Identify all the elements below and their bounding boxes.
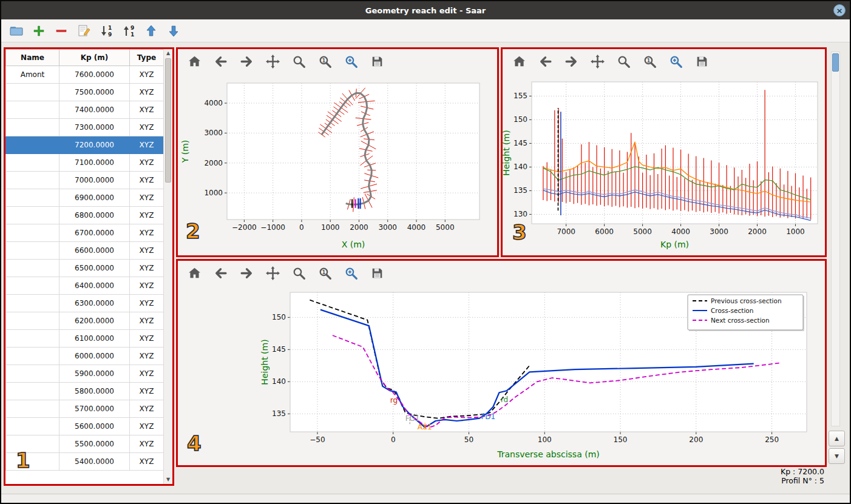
table-row[interactable]: 7300.0000XYZ	[6, 119, 164, 136]
kp-cell[interactable]: 6000.0000	[59, 348, 130, 365]
kp-cell[interactable]: 5900.0000	[59, 365, 130, 383]
sort-desc-icon[interactable]: 91	[121, 23, 137, 39]
name-cell[interactable]: Amont	[6, 66, 59, 84]
window-scrollbar[interactable]	[831, 52, 840, 426]
kp-cell[interactable]: 7500.0000	[59, 84, 130, 101]
name-cell[interactable]	[6, 189, 59, 207]
type-cell[interactable]: XYZ	[130, 400, 164, 418]
cross-section-chart[interactable]: −50050100150200250135140145150rgrdFG1AX1…	[178, 285, 825, 465]
type-cell[interactable]: XYZ	[130, 154, 164, 172]
column-header-kp[interactable]: Kp (m)	[59, 50, 130, 66]
name-cell[interactable]	[6, 260, 59, 277]
name-cell[interactable]	[6, 277, 59, 295]
kp-cell[interactable]: 5400.0000	[59, 453, 130, 471]
name-cell[interactable]	[6, 154, 59, 172]
zoom-original-icon[interactable]: 1	[317, 265, 333, 281]
kp-cell[interactable]: 5800.0000	[59, 383, 130, 400]
table-row[interactable]: 6700.0000XYZ	[6, 224, 164, 242]
name-cell[interactable]	[6, 312, 59, 330]
home-icon[interactable]	[511, 53, 527, 69]
type-cell[interactable]: XYZ	[130, 365, 164, 383]
kp-cell[interactable]: 7000.0000	[59, 172, 130, 189]
pan-icon[interactable]	[589, 53, 605, 69]
kp-cell[interactable]: 7100.0000	[59, 154, 130, 172]
close-icon[interactable]: ×	[833, 4, 846, 16]
zoom-icon[interactable]	[291, 265, 307, 281]
back-icon[interactable]	[537, 53, 553, 69]
kp-cell[interactable]: 6600.0000	[59, 242, 130, 260]
table-row[interactable]: 5700.0000XYZ	[6, 400, 164, 418]
name-cell[interactable]	[6, 418, 59, 435]
table-row[interactable]: 5900.0000XYZ	[6, 365, 164, 383]
table-row[interactable]: 7400.0000XYZ	[6, 101, 164, 119]
kp-cell[interactable]: 6300.0000	[59, 295, 130, 312]
save-icon[interactable]	[369, 53, 385, 69]
longitudinal-profile-chart[interactable]: 7000600050004000300020001000130135140145…	[503, 73, 825, 255]
move-up-icon[interactable]	[143, 23, 159, 39]
home-icon[interactable]	[186, 265, 202, 281]
zoom-icon[interactable]	[615, 53, 631, 69]
type-cell[interactable]: XYZ	[130, 295, 164, 312]
type-cell[interactable]: XYZ	[130, 224, 164, 242]
name-cell[interactable]	[6, 348, 59, 365]
name-cell[interactable]	[6, 330, 59, 348]
type-cell[interactable]: XYZ	[130, 435, 164, 453]
profile-down-button[interactable]: ▼	[829, 448, 845, 464]
column-header-name[interactable]: Name	[6, 50, 59, 66]
table-row[interactable]: 7200.0000XYZ	[6, 136, 164, 154]
name-cell[interactable]	[6, 453, 59, 471]
table-row[interactable]: 7500.0000XYZ	[6, 84, 164, 101]
kp-cell[interactable]: 5700.0000	[59, 400, 130, 418]
zoom-select-icon[interactable]	[343, 53, 359, 69]
type-cell[interactable]: XYZ	[130, 84, 164, 101]
plan-view-chart[interactable]: −2000−1000010002000300040005000100020003…	[178, 73, 497, 255]
table-row[interactable]: 7000.0000XYZ	[6, 172, 164, 189]
kp-cell[interactable]: 6800.0000	[59, 207, 130, 224]
name-cell[interactable]	[6, 365, 59, 383]
kp-cell[interactable]: 7400.0000	[59, 101, 130, 119]
pan-icon[interactable]	[265, 53, 280, 69]
profile-up-button[interactable]: ▲	[829, 431, 845, 446]
kp-cell[interactable]: 5600.0000	[59, 418, 130, 435]
table-scroll-up-icon[interactable]: ▲	[164, 49, 172, 58]
sort-asc-icon[interactable]: 19	[98, 23, 114, 39]
forward-icon[interactable]	[563, 53, 579, 69]
name-cell[interactable]	[6, 84, 59, 101]
kp-cell[interactable]: 6500.0000	[59, 260, 130, 277]
back-icon[interactable]	[212, 53, 228, 69]
kp-cell[interactable]: 6900.0000	[59, 189, 130, 207]
table-row[interactable]: 6100.0000XYZ	[6, 330, 164, 348]
type-cell[interactable]: XYZ	[130, 260, 164, 277]
name-cell[interactable]	[6, 383, 59, 400]
type-cell[interactable]: XYZ	[130, 242, 164, 260]
table-row[interactable]: 6400.0000XYZ	[6, 277, 164, 295]
kp-cell[interactable]: 6100.0000	[59, 330, 130, 348]
save-icon[interactable]	[369, 265, 385, 281]
add-icon[interactable]	[31, 23, 47, 39]
table-row[interactable]: 6000.0000XYZ	[6, 348, 164, 365]
save-icon[interactable]	[694, 53, 710, 69]
type-cell[interactable]: XYZ	[130, 348, 164, 365]
table-row[interactable]: 6500.0000XYZ	[6, 260, 164, 277]
table-row[interactable]: 5800.0000XYZ	[6, 383, 164, 400]
table-row[interactable]: Amont7600.0000XYZ	[6, 66, 164, 84]
name-cell[interactable]	[6, 435, 59, 453]
name-cell[interactable]	[6, 242, 59, 260]
type-cell[interactable]: XYZ	[130, 119, 164, 136]
kp-cell[interactable]: 7300.0000	[59, 119, 130, 136]
type-cell[interactable]: XYZ	[130, 383, 164, 400]
type-cell[interactable]: XYZ	[130, 189, 164, 207]
table-scroll-thumb[interactable]	[165, 58, 171, 183]
name-cell[interactable]	[6, 207, 59, 224]
type-cell[interactable]: XYZ	[130, 172, 164, 189]
table-row[interactable]: 5600.0000XYZ	[6, 418, 164, 435]
pan-icon[interactable]	[265, 265, 280, 281]
forward-icon[interactable]	[239, 265, 254, 281]
kp-cell[interactable]: 7200.0000	[59, 136, 130, 154]
edit-icon[interactable]	[76, 23, 92, 39]
table-row[interactable]: 6300.0000XYZ	[6, 295, 164, 312]
kp-cell[interactable]: 6700.0000	[59, 224, 130, 242]
table-row[interactable]: 6600.0000XYZ	[6, 242, 164, 260]
kp-cell[interactable]: 7600.0000	[59, 66, 130, 84]
remove-icon[interactable]	[53, 23, 69, 39]
